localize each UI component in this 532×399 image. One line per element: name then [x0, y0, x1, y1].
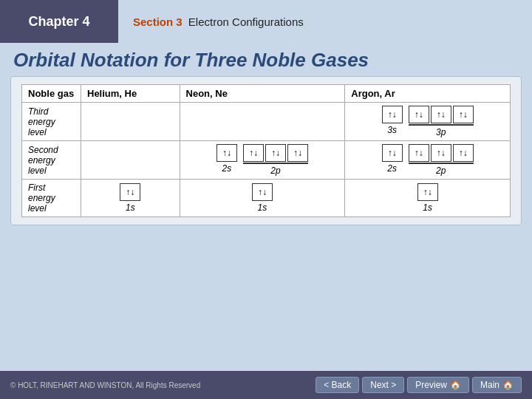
section-title-area: Section 3 Electron Configurations [118, 0, 304, 43]
helium-1s-label: 1s [126, 202, 135, 213]
argon-1s-group: ↑↓ 1s [351, 183, 504, 213]
argon-3p-group: ↑↓ ↑↓ ↑↓ 3p [409, 106, 474, 137]
neon-second: ↑↓ 2s ↑↓ ↑↓ ↑↓ 2p [180, 141, 345, 180]
footer: © HOLT, RINEHART AND WINSTON, All Rights… [0, 371, 532, 399]
neon-2p-box1: ↑↓ [243, 144, 264, 162]
table-row-second: Secondenergylevel ↑↓ 2s [22, 141, 511, 180]
argon-3s-group: ↑↓ 3s [382, 106, 403, 135]
page-title: Orbital Notation for Three Noble Gases [0, 43, 532, 76]
neon-2s-box: ↑↓ [216, 144, 237, 162]
argon-2p-group: ↑↓ ↑↓ ↑↓ 2p [409, 144, 474, 176]
neon-1s-box: ↑↓ [252, 183, 273, 201]
argon-2s-box: ↑↓ [382, 144, 403, 162]
preview-button[interactable]: Preview 🏠 [407, 377, 469, 393]
neon-1s-label: 1s [258, 202, 267, 213]
neon-2p-label: 2p [270, 166, 280, 176]
neon-third [180, 103, 345, 141]
table-row-first: Firstenergylevel ↑↓ 1s ↑↓ [22, 180, 511, 217]
neon-2p-box2: ↑↓ [265, 144, 286, 162]
main-icon: 🏠 [502, 380, 514, 390]
neon-2p-group: ↑↓ ↑↓ ↑↓ 2p [243, 144, 308, 176]
col-neon: Neon, Ne [180, 85, 345, 103]
main-label: Main [480, 380, 499, 390]
preview-icon: 🏠 [450, 380, 461, 390]
chapter-label: Chapter 4 [28, 14, 89, 30]
argon-2p-box2: ↑↓ [431, 144, 451, 162]
col-helium: Helium, He [81, 85, 180, 103]
argon-1s-box: ↑↓ [417, 183, 438, 201]
argon-third: ↑↓ 3s ↑↓ ↑↓ ↑↓ 3p [345, 103, 511, 141]
second-energy-label: Secondenergylevel [22, 141, 81, 180]
argon-2p-box3: ↑↓ [453, 144, 474, 162]
footer-buttons: < Back Next > Preview 🏠 Main 🏠 [316, 377, 522, 393]
argon-2s-group: ↑↓ 2s [382, 144, 403, 174]
main-content: Noble gas Helium, He Neon, Ne Argon, Ar … [10, 76, 522, 225]
col-argon: Argon, Ar [345, 85, 511, 103]
argon-3p-label: 3p [436, 127, 446, 137]
col-noble-gas: Noble gas [22, 85, 81, 103]
argon-2p-box1: ↑↓ [409, 144, 429, 162]
third-energy-label: Thirdenergylevel [22, 103, 81, 141]
first-energy-label: Firstenergylevel [22, 180, 81, 217]
neon-2s-label: 2s [222, 163, 232, 174]
table-row-third: Thirdenergylevel ↑↓ 3s [22, 103, 511, 141]
neon-2p-box3: ↑↓ [287, 144, 308, 162]
header: Chapter 4 Section 3 Electron Configurati… [0, 0, 532, 43]
back-button[interactable]: < Back [316, 377, 359, 393]
argon-2s-label: 2s [387, 163, 397, 174]
main-button[interactable]: Main 🏠 [472, 377, 522, 393]
helium-third [81, 103, 180, 141]
preview-label: Preview [415, 380, 447, 390]
chapter-box: Chapter 4 [0, 0, 118, 43]
argon-3p-box1: ↑↓ [409, 106, 429, 123]
helium-1s-group: ↑↓ 1s [87, 183, 174, 213]
helium-1s-box: ↑↓ [120, 183, 140, 201]
neon-1s-group: ↑↓ 1s [186, 183, 339, 213]
argon-3p-box3: ↑↓ [453, 106, 474, 123]
copyright-text: © HOLT, RINEHART AND WINSTON, All Rights… [10, 381, 200, 389]
table-header-row: Noble gas Helium, He Neon, Ne Argon, Ar [22, 85, 511, 103]
argon-second: ↑↓ 2s ↑↓ ↑↓ ↑↓ 2p [345, 141, 511, 180]
noble-gases-table: Noble gas Helium, He Neon, Ne Argon, Ar … [21, 84, 511, 217]
neon-2s-group: ↑↓ 2s [216, 144, 237, 174]
section-title-text: Electron Configurations [188, 16, 304, 28]
argon-3s-box: ↑↓ [382, 106, 403, 123]
helium-second [81, 141, 180, 180]
section-number: Section 3 [133, 16, 183, 28]
neon-first: ↑↓ 1s [180, 180, 345, 217]
argon-3p-box2: ↑↓ [431, 106, 451, 123]
argon-3s-label: 3s [387, 125, 397, 135]
helium-first: ↑↓ 1s [81, 180, 180, 217]
argon-first: ↑↓ 1s [345, 180, 511, 217]
argon-2p-label: 2p [436, 166, 446, 176]
next-button[interactable]: Next > [362, 377, 404, 393]
argon-1s-label: 1s [423, 202, 432, 213]
